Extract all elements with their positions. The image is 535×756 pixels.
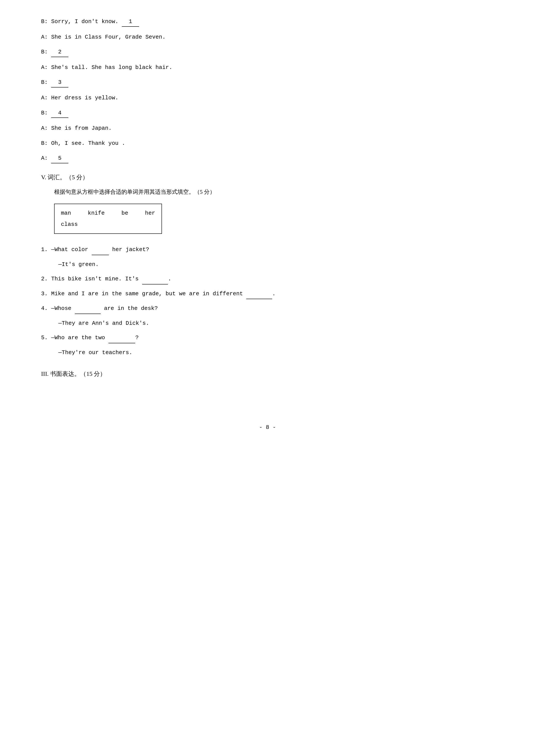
blank-b1: 1 <box>122 18 139 25</box>
speaker-a1: A: She is in Class Four, Grade Seven. <box>41 34 166 40</box>
speaker-a4: A: She is from Japan. <box>41 125 112 131</box>
vocab-sub-5: —They're our teachers. <box>58 348 494 358</box>
dialog-line-a1: A: She is in Class Four, Grade Seven. <box>41 33 494 42</box>
vocab-sub-4: —They are Ann's and Dick's. <box>58 318 494 328</box>
speaker-b4: B: <box>41 110 51 116</box>
blank-a5: 5 <box>51 155 69 161</box>
blank-v5 <box>108 333 135 343</box>
vocab-sub-1: —It's green. <box>58 259 494 270</box>
dialog-line-a4: A: She is from Japan. <box>41 124 494 133</box>
blank-v4 <box>75 304 101 314</box>
dialog-line-b2: B: 2 <box>41 48 494 57</box>
speaker-b5: B: Oh, I see. Thank you . <box>41 140 125 147</box>
dialog-line-b3: B: 3 <box>41 78 494 88</box>
section-v-title: V. 词汇。（5 分） <box>41 172 494 183</box>
blank-b2: 2 <box>51 49 69 55</box>
section-v-instruction: 根据句意从方框中选择合适的单词并用其适当形式填空。（5 分） <box>54 187 494 197</box>
speaker-a5: A: <box>41 155 48 161</box>
section-v: V. 词汇。（5 分） 根据句意从方框中选择合适的单词并用其适当形式填空。（5 … <box>41 172 494 358</box>
dialog-line-b5: B: Oh, I see. Thank you . <box>41 139 494 148</box>
blank-v1 <box>92 245 109 255</box>
blank-v3 <box>246 289 272 299</box>
dialog-line-a3: A: Her dress is yellow. <box>41 94 494 103</box>
dialog-section: B: Sorry, I don't know. 1 A: She is in C… <box>41 17 494 163</box>
speaker-a3: A: Her dress is yellow. <box>41 94 119 101</box>
blank-b3: 3 <box>51 79 69 86</box>
speaker-b2: B: <box>41 49 48 55</box>
page-content: B: Sorry, I don't know. 1 A: She is in C… <box>41 17 494 433</box>
word-box-row2: class <box>61 219 155 230</box>
vocab-item-1: 1. —What color her jacket? <box>41 245 494 255</box>
page-number: - 8 - <box>41 422 494 433</box>
blank-b4: 4 <box>51 110 69 116</box>
word-box-row1: man knife be her <box>61 207 155 219</box>
speaker-a2: A: She's tall. She has long black hair. <box>41 64 173 71</box>
section-iii: III. 书面表达。（15 分） <box>41 368 494 379</box>
dialog-line-b1: B: Sorry, I don't know. 1 <box>41 17 494 27</box>
dialog-line-a5: A: 5 <box>41 154 494 163</box>
speaker-b3: B: <box>41 79 51 86</box>
vocab-item-2: 2. This bike isn't mine. It's . <box>41 274 494 284</box>
dialog-line-b4: B: 4 <box>41 109 494 118</box>
section-iii-title: III. 书面表达。（15 分） <box>41 368 494 379</box>
blank-v2 <box>142 274 168 284</box>
word-box: man knife be her class <box>54 204 162 234</box>
vocab-item-3: 3. Mike and I are in the same grade, but… <box>41 289 494 299</box>
speaker-b1: B: Sorry, I don't know. <box>41 18 119 25</box>
dialog-line-a2: A: She's tall. She has long black hair. <box>41 63 494 72</box>
vocab-item-4: 4. —Whose are in the desk? <box>41 304 494 314</box>
vocab-item-5: 5. —Who are the two ? <box>41 333 494 343</box>
